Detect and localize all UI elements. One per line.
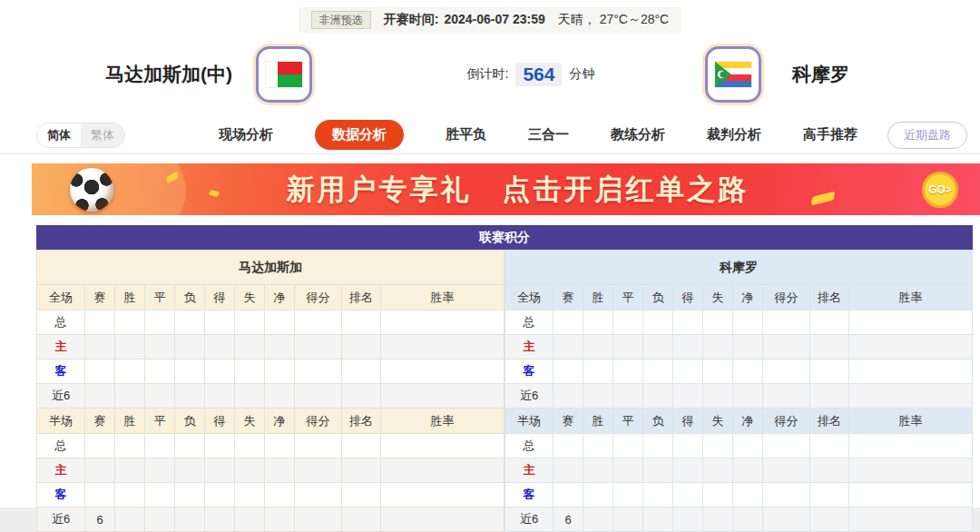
stat-cell — [381, 458, 505, 483]
stat-cell — [849, 335, 973, 360]
stat-cell — [235, 335, 265, 360]
stat-cell — [763, 360, 810, 384]
kickoff-info: 开赛时间:2024-06-07 23:59 — [384, 12, 545, 28]
stat-cell — [295, 458, 342, 483]
stat-cell — [235, 384, 265, 409]
table-row: 主 — [505, 335, 973, 360]
table-row: 主 — [37, 335, 505, 360]
stat-cell — [849, 310, 973, 335]
stat-cell — [554, 434, 583, 458]
column-header: 得 — [673, 409, 703, 434]
lang-simplified-button[interactable]: 简体 — [37, 123, 81, 147]
stat-cell — [643, 310, 673, 335]
tab-expert-picks[interactable]: 高手推荐 — [803, 126, 858, 143]
stat-cell — [673, 310, 703, 335]
tab-win-draw-loss[interactable]: 胜平负 — [446, 126, 486, 143]
home-team-name: 马达加斯加(中) — [105, 62, 232, 87]
tab-data-analysis[interactable]: 数据分析 — [315, 120, 404, 150]
stat-cell — [583, 507, 613, 532]
stat-cell — [205, 434, 235, 458]
stat-cell — [810, 335, 849, 360]
column-header: 胜 — [583, 285, 613, 310]
stat-cell — [763, 335, 810, 360]
table-row: 客 — [37, 360, 505, 384]
league-table: 科摩罗全场赛胜平负得失净得分排名胜率总主客近6半场赛胜平负得失净得分排名胜率总主… — [505, 250, 973, 532]
stat-cell — [175, 507, 205, 532]
stat-cell — [145, 507, 175, 532]
stat-cell — [703, 360, 733, 384]
stat-cell — [554, 335, 583, 360]
stat-cell — [733, 458, 763, 483]
stat-cell — [613, 335, 643, 360]
column-header: 平 — [145, 285, 175, 310]
stat-cell — [85, 434, 115, 458]
stat-cell — [205, 360, 235, 384]
away-team-block: 科摩罗 — [644, 46, 849, 103]
column-header: 得分 — [295, 285, 342, 310]
recent-odds-button[interactable]: 近期盘路 — [887, 122, 967, 149]
tab-coach-analysis[interactable]: 教练分析 — [611, 126, 665, 143]
row-label: 主 — [505, 335, 554, 360]
stat-cell — [381, 335, 505, 360]
row-label: 总 — [505, 310, 554, 335]
column-header: 失 — [703, 285, 733, 310]
stat-cell — [115, 507, 145, 532]
stat-cell — [810, 384, 849, 409]
promo-text-2: 点击开启红单之路 — [503, 173, 750, 205]
stat-cell — [265, 458, 295, 483]
stat-cell — [381, 507, 505, 532]
weather-text: 天晴， 27°C～28°C — [558, 12, 669, 28]
column-header: 净 — [733, 285, 763, 310]
table-row: 客 — [505, 483, 973, 507]
stat-cell — [810, 483, 849, 507]
stat-cell — [583, 310, 613, 335]
stat-cell — [673, 507, 703, 532]
stat-cell — [643, 483, 673, 507]
column-header: 胜率 — [381, 285, 505, 310]
table-row: 客 — [505, 360, 973, 384]
tab-live-analysis[interactable]: 现场分析 — [219, 126, 273, 143]
stat-cell — [613, 483, 643, 507]
column-header: 负 — [175, 285, 205, 310]
stat-cell — [145, 458, 175, 483]
madagascar-flag-icon — [256, 46, 312, 103]
stat-cell — [763, 310, 810, 335]
countdown-unit: 分钟 — [569, 66, 594, 83]
tab-referee-analysis[interactable]: 裁判分析 — [707, 126, 761, 143]
column-header: 排名 — [810, 285, 849, 310]
stat-cell — [583, 483, 613, 507]
column-header: 负 — [643, 285, 673, 310]
column-header: 半场 — [505, 409, 554, 434]
stat-cell — [145, 483, 175, 507]
column-header: 平 — [613, 409, 643, 434]
stat-cell — [763, 434, 810, 458]
stat-cell — [703, 458, 733, 483]
stat-cell — [145, 434, 175, 458]
stat-cell — [810, 458, 849, 483]
lang-traditional-button[interactable]: 繁体 — [81, 123, 124, 147]
table-row: 总 — [37, 310, 505, 335]
stat-cell — [175, 360, 205, 384]
match-header: 马达加斯加(中) 倒计时: 564 分钟 科摩罗 — [0, 38, 980, 111]
stat-cell — [381, 360, 505, 384]
stat-cell — [763, 483, 810, 507]
stat-cell — [295, 483, 342, 507]
stat-cell — [763, 507, 810, 532]
stat-cell — [342, 483, 381, 507]
stat-cell — [295, 335, 342, 360]
stat-cell — [265, 483, 295, 507]
league-table-halves: 马达加斯加全场赛胜平负得失净得分排名胜率总主客近6半场赛胜平负得失净得分排名胜率… — [36, 250, 973, 532]
tab-three-in-one[interactable]: 三合一 — [528, 126, 569, 143]
kickoff-label: 开赛时间: — [384, 12, 439, 26]
stat-cell — [205, 335, 235, 360]
stat-cell — [342, 310, 381, 335]
stat-cell — [295, 507, 342, 532]
stat-cell — [265, 360, 295, 384]
go-button[interactable]: GO> — [922, 172, 958, 208]
stat-cell — [175, 310, 205, 335]
promo-banner[interactable]: 新用户专享礼点击开启红单之路 GO> — [32, 163, 980, 215]
stat-cell — [175, 483, 205, 507]
stat-cell — [583, 335, 613, 360]
column-header: 排名 — [810, 409, 849, 434]
stat-cell — [643, 458, 673, 483]
